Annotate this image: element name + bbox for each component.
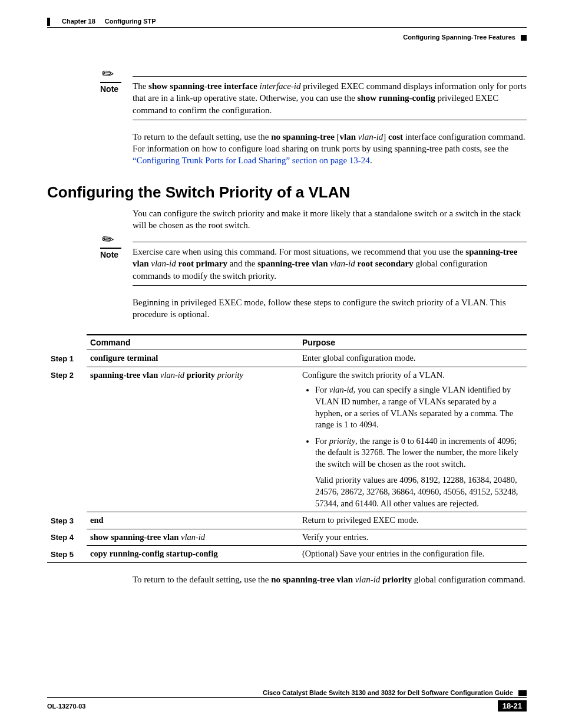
chapter-label: Chapter 18: [62, 18, 95, 26]
table-header-purpose: Purpose: [299, 335, 527, 350]
table-row: Step 1 configure terminal Enter global c…: [47, 350, 527, 367]
command-text: configure terminal: [90, 353, 158, 363]
paragraph-procedure-intro: Beginning in privileged EXEC mode, follo…: [133, 297, 527, 321]
note-label: Note: [100, 82, 121, 94]
purpose-text: Verify your entries.: [299, 529, 527, 546]
pencil-icon: ✎: [98, 229, 118, 249]
step-label: Step 2: [47, 367, 87, 512]
purpose-text: Enter global configuration mode.: [299, 350, 527, 367]
step-label: Step 5: [47, 546, 87, 563]
table-row: Step 4 show spanning-tree vlan vlan-id V…: [47, 529, 527, 546]
purpose-intro: Configure the switch priority of a VLAN.: [302, 370, 523, 381]
procedure-table: Command Purpose Step 1 configure termina…: [47, 334, 527, 562]
note-body-2: Exercise care when using this command. F…: [133, 246, 527, 282]
footer-page-number: 18-21: [498, 700, 527, 711]
table-row: Step 2 spanning-tree vlan vlan-id priori…: [47, 367, 527, 512]
note-label: Note: [100, 248, 121, 259]
link-trunk-load-sharing[interactable]: “Configuring Trunk Ports for Load Sharin…: [133, 156, 370, 165]
table-header-command: Command: [87, 335, 299, 350]
step-label: Step 3: [47, 512, 87, 529]
step-label: Step 4: [47, 529, 87, 546]
chapter-title: Configuring STP: [105, 18, 156, 26]
footer-doc-id: OL-13270-03: [47, 703, 85, 710]
table-row: Step 5 copy running-config startup-confi…: [47, 546, 527, 563]
note-block-1: ✎ Note The show spanning-tree interface …: [100, 76, 527, 120]
purpose-text: Return to privileged EXEC mode.: [299, 512, 527, 529]
list-item: For vlan-id, you can specify a single VL…: [315, 384, 523, 430]
table-row: Step 3 end Return to privileged EXEC mod…: [47, 512, 527, 529]
section-header: Configuring Spanning-Tree Features: [47, 34, 527, 41]
section-heading: Configuring the Switch Priority of a VLA…: [47, 183, 527, 202]
pencil-icon: ✎: [98, 64, 118, 84]
command-text: end: [90, 515, 104, 525]
paragraph-intro: You can configure the switch priority an…: [133, 207, 527, 232]
footer-square-icon: [518, 690, 527, 696]
note-body-1: The show spanning-tree interface interfa…: [133, 80, 527, 116]
header-square-icon: [521, 35, 527, 41]
valid-values-text: Valid priority values are 4096, 8192, 12…: [315, 475, 523, 509]
page: Chapter 18 Configuring STP Configuring S…: [0, 0, 562, 728]
header-marker-icon: [47, 18, 50, 26]
page-footer: Cisco Catalyst Blade Switch 3130 and 303…: [47, 689, 527, 711]
step-label: Step 1: [47, 350, 87, 367]
footer-guide-title: Cisco Catalyst Blade Switch 3130 and 303…: [263, 689, 513, 696]
note-block-2: ✎ Note Exercise care when using this com…: [100, 242, 527, 286]
paragraph-return-default-cost: To return to the default setting, use th…: [133, 131, 527, 167]
running-header: Chapter 18 Configuring STP: [47, 18, 527, 28]
list-item: For priority, the range is 0 to 61440 in…: [315, 436, 523, 470]
paragraph-return-default-priority: To return to the default setting, use th…: [133, 574, 527, 585]
section-header-text: Configuring Spanning-Tree Features: [403, 34, 515, 41]
command-text: copy running-config startup-config: [90, 549, 218, 558]
purpose-text: (Optional) Save your entries in the conf…: [299, 546, 527, 563]
